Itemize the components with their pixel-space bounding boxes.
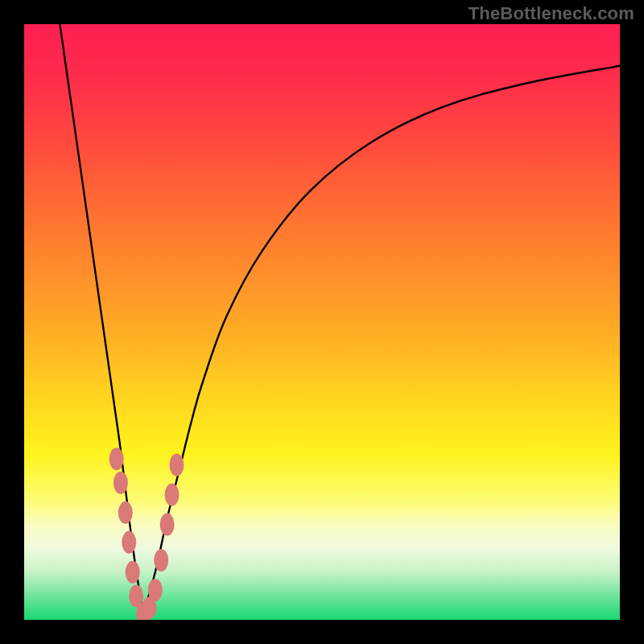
bottleneck-curve-left	[60, 24, 143, 614]
bottleneck-curve-right	[143, 66, 620, 614]
data-marker	[169, 454, 184, 477]
watermark-text: TheBottleneck.com	[469, 3, 634, 24]
plot-area	[24, 24, 620, 620]
data-marker	[165, 484, 180, 506]
marker-group	[109, 448, 184, 620]
data-marker	[109, 448, 124, 470]
data-marker	[118, 502, 133, 524]
data-marker	[114, 472, 128, 494]
curve-layer	[24, 24, 620, 620]
outer-frame: TheBottleneck.com	[0, 0, 644, 644]
data-marker	[122, 531, 136, 554]
data-marker	[126, 561, 140, 584]
data-marker	[160, 514, 175, 536]
data-marker	[148, 579, 163, 601]
data-marker	[154, 549, 168, 572]
